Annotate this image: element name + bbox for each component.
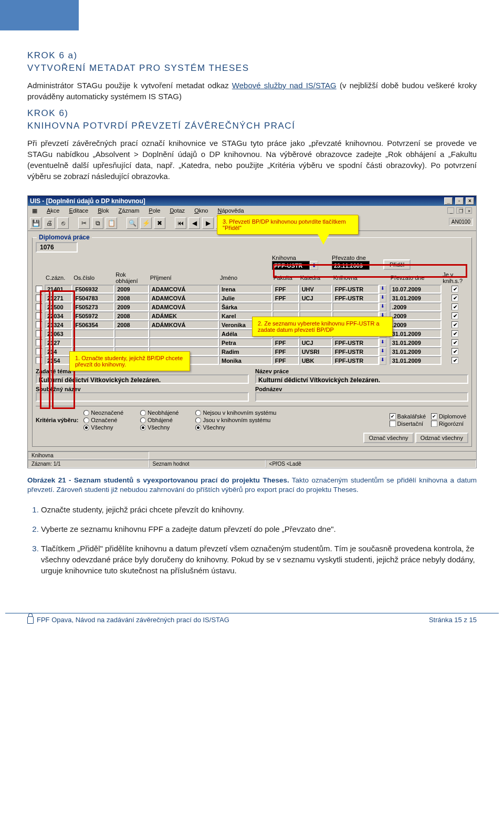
- criteria-radio[interactable]: Neoznačené: [83, 410, 123, 416]
- lov-row-icon[interactable]: ⬇: [379, 339, 386, 347]
- maximize-icon[interactable]: ▫: [455, 197, 464, 205]
- criteria-checkbox[interactable]: Disertační: [390, 421, 426, 427]
- prev-record-icon[interactable]: ◀: [188, 217, 200, 229]
- row-checkbox[interactable]: [36, 286, 43, 292]
- cell-prijmeni: ADAMCOVÁ: [149, 302, 219, 311]
- row-checkbox[interactable]: [36, 312, 43, 319]
- radio-icon: [83, 417, 89, 423]
- cell-jevknih-checkbox[interactable]: ✔: [452, 339, 458, 346]
- cell-jevknih-checkbox[interactable]: ✔: [452, 357, 458, 364]
- criteria-radio[interactable]: Jsou v knihovním systému: [195, 417, 276, 423]
- criteria-checkbox[interactable]: ✔Diplomové: [431, 413, 466, 420]
- pridel-button[interactable]: Přiděl: [383, 259, 411, 270]
- query-exec-icon[interactable]: ⚡: [140, 217, 152, 229]
- menu-zaznam[interactable]: Záznam: [117, 207, 142, 215]
- next-record-icon[interactable]: ▶: [202, 217, 214, 229]
- criteria-radio[interactable]: Všechny: [195, 424, 276, 431]
- copy-icon[interactable]: ⧉: [92, 217, 103, 229]
- lov-row-icon[interactable]: ⬇: [379, 348, 386, 356]
- cell-prijmeni: [149, 338, 219, 347]
- criteria-radio[interactable]: Nejsou v knihovním systému: [195, 410, 276, 416]
- minimize-icon[interactable]: _: [444, 197, 453, 205]
- cell-rok: [114, 338, 149, 347]
- criteria-radio[interactable]: Označené: [83, 417, 123, 423]
- paste-icon[interactable]: 📋: [106, 217, 117, 229]
- menu-napoveda[interactable]: Nápověda: [215, 207, 246, 215]
- val-podnazev: [255, 392, 468, 402]
- input-knihovna[interactable]: [272, 261, 310, 270]
- first-record-icon[interactable]: ⏮: [175, 217, 186, 229]
- th-oscislo: Os.číslo: [72, 271, 114, 285]
- callout-2: 2. Ze seznamu vyberete knihovnu FPF-USTR…: [252, 317, 393, 337]
- cell-jevknih-checkbox[interactable]: ✔: [452, 303, 458, 310]
- cell-rok: 2008: [114, 320, 149, 329]
- mark-all-button[interactable]: Označ všechny: [363, 433, 413, 443]
- criteria-checkbox[interactable]: ✔Bakalářské: [390, 413, 426, 420]
- row-checkbox[interactable]: [36, 303, 43, 310]
- cell-fakulta: FPF: [272, 347, 299, 356]
- query-cancel-icon[interactable]: ✖: [154, 217, 165, 229]
- th-fakulta: Fakulta: [272, 271, 299, 285]
- checkbox-label: Bakalářské: [397, 413, 426, 420]
- lbl-podnazev: Podnázev: [255, 386, 468, 392]
- radio-icon: [140, 417, 146, 423]
- criteria-radio[interactable]: Všechny: [140, 424, 178, 431]
- cell-oscislo: F505273: [72, 302, 114, 311]
- menu-akce[interactable]: Akce: [45, 207, 61, 215]
- print-icon[interactable]: 🖨: [44, 217, 55, 229]
- group-diplomova-prace: Diplomová práce 1076 Knihovna ⬇ Převzato…: [32, 237, 472, 447]
- cell-jevknih-checkbox[interactable]: ✔: [452, 330, 458, 337]
- close-icon[interactable]: ×: [466, 197, 474, 205]
- exit-icon[interactable]: ⎋: [57, 217, 69, 229]
- cell-prevzato: 31.01.2009: [390, 338, 442, 347]
- save-icon[interactable]: 💾: [30, 217, 41, 229]
- cell-jevknih-checkbox[interactable]: ✔: [452, 348, 458, 355]
- lov-knihovna-icon[interactable]: ⬇: [310, 261, 318, 270]
- menu-okno[interactable]: Okno: [192, 207, 210, 215]
- table-row: 2127 Petra FPF UCJ FPF-USTR ⬇ 31.01.2009…: [36, 338, 468, 347]
- row-checkbox[interactable]: [36, 357, 43, 364]
- cell-katedra: UBK: [299, 356, 332, 365]
- criteria-radio[interactable]: Neobhájené: [140, 410, 178, 416]
- cell-katedra: UHV: [299, 285, 332, 293]
- criteria-radio[interactable]: Všechny: [83, 424, 123, 431]
- cell-knihovna: FPF-USTR: [332, 356, 380, 365]
- status-3b: <PřOS <Ladě: [266, 460, 476, 468]
- heading-step6a: KROK 6 a): [27, 50, 477, 61]
- val-soubezny: [36, 392, 249, 402]
- cell-fakulta: FPF: [272, 285, 299, 293]
- cell-oscislo: [72, 338, 114, 347]
- heading-step6: KROK 6): [27, 108, 477, 119]
- lov-row-icon[interactable]: ⬇: [379, 285, 386, 293]
- row-checkbox[interactable]: [36, 321, 43, 328]
- menu-blok[interactable]: Blok: [96, 207, 111, 215]
- cell-jmeno: Šárka: [219, 302, 272, 311]
- cell-jevknih-checkbox[interactable]: ✔: [452, 312, 458, 319]
- val-nazev: Kulturní dědictví Vítkovických železáren…: [255, 374, 468, 384]
- cell-knihovna: [332, 302, 380, 311]
- menu-dotaz[interactable]: Dotaz: [167, 207, 187, 215]
- cut-icon[interactable]: ✂: [78, 217, 90, 229]
- lov-row-icon[interactable]: ⬇: [379, 294, 386, 302]
- cell-jevknih-checkbox[interactable]: ✔: [452, 286, 458, 292]
- menu-editace[interactable]: Editace: [67, 207, 90, 215]
- mdi-close-icon[interactable]: ×: [465, 207, 472, 214]
- cell-jevknih-checkbox[interactable]: ✔: [452, 295, 458, 301]
- cell-prijmeni: ADÁMEK: [149, 311, 219, 320]
- row-checkbox[interactable]: [36, 339, 43, 346]
- lov-row-icon[interactable]: ⬇: [379, 356, 386, 365]
- mdi-min-icon[interactable]: _: [447, 207, 454, 214]
- criteria-checkbox[interactable]: Rigorózní: [431, 421, 466, 427]
- query-enter-icon[interactable]: 🔍: [127, 217, 138, 229]
- row-checkbox[interactable]: [36, 330, 43, 337]
- cell-jevknih-checkbox[interactable]: ✔: [452, 321, 458, 328]
- input-prevzato[interactable]: [332, 261, 370, 270]
- unmark-all-button[interactable]: Odznač všechny: [415, 433, 468, 443]
- lov-row-icon[interactable]: ⬇: [379, 303, 386, 311]
- mdi-restore-icon[interactable]: ❐: [456, 207, 463, 214]
- menu-pole[interactable]: Pole: [146, 207, 162, 215]
- link-webservices[interactable]: Webové služby nad IS/STAG: [232, 81, 337, 90]
- row-checkbox[interactable]: [36, 348, 43, 355]
- row-checkbox[interactable]: [36, 295, 43, 301]
- criteria-radio[interactable]: Obhájené: [140, 417, 178, 423]
